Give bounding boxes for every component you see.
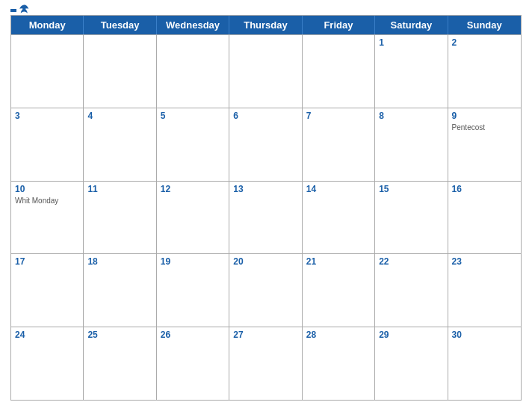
day-number: 28	[306, 330, 371, 340]
day-number: 12	[161, 184, 225, 194]
event-label: Pentecost	[452, 123, 517, 132]
day-number: 14	[306, 184, 371, 194]
day-number: 17	[15, 256, 79, 267]
day-cell: 1	[375, 35, 448, 108]
day-header-wednesday: Wednesday	[157, 16, 229, 34]
day-cell: 19	[157, 254, 229, 327]
day-number: 6	[233, 111, 297, 121]
day-number: 7	[306, 111, 371, 121]
day-number: 26	[161, 330, 225, 340]
day-cell: 20	[229, 254, 302, 327]
calendar-body: 123456789Pentecost10Whit Monday111213141…	[11, 34, 521, 400]
day-number: 21	[306, 256, 371, 267]
day-cell: 24	[11, 327, 84, 400]
day-number: 29	[379, 330, 443, 340]
day-cell: 8	[375, 108, 448, 181]
day-cell: 6	[229, 108, 302, 181]
calendar: MondayTuesdayWednesdayThursdayFridaySatu…	[10, 15, 522, 401]
day-number: 22	[379, 256, 443, 267]
day-cell: 14	[303, 182, 375, 254]
day-cell	[11, 35, 84, 108]
day-number: 18	[87, 256, 152, 267]
day-number: 25	[87, 330, 152, 340]
event-label: Whit Monday	[15, 197, 79, 205]
day-number: 8	[379, 111, 443, 121]
day-cell: 10Whit Monday	[11, 182, 84, 254]
day-header-thursday: Thursday	[229, 16, 302, 34]
day-cell: 21	[303, 254, 375, 327]
day-number: 13	[233, 184, 297, 194]
week-row-4: 17181920212223	[11, 253, 521, 327]
day-header-friday: Friday	[303, 16, 375, 34]
logo-box	[10, 9, 16, 12]
day-cell: 15	[375, 182, 448, 254]
day-cell: 29	[375, 327, 448, 400]
day-number: 5	[161, 111, 225, 121]
logo-bird-icon	[18, 4, 31, 17]
calendar-header	[10, 7, 522, 10]
week-row-2: 3456789Pentecost	[11, 108, 521, 181]
day-cell	[157, 35, 229, 108]
day-cell: 3	[11, 108, 84, 181]
day-cell: 7	[303, 108, 375, 181]
day-header-saturday: Saturday	[375, 16, 448, 34]
day-number: 10	[15, 184, 79, 194]
day-number: 1	[379, 37, 443, 48]
day-number: 20	[233, 256, 297, 267]
day-number: 23	[452, 256, 517, 267]
week-row-3: 10Whit Monday111213141516	[11, 181, 521, 254]
day-cell: 4	[84, 108, 156, 181]
day-cell: 13	[229, 182, 302, 254]
day-number: 9	[452, 111, 517, 121]
logo	[10, 4, 31, 17]
day-number: 24	[15, 330, 79, 340]
day-cell	[303, 35, 375, 108]
days-header: MondayTuesdayWednesdayThursdayFridaySatu…	[11, 16, 521, 34]
day-cell	[84, 35, 156, 108]
day-cell: 5	[157, 108, 229, 181]
day-cell: 27	[229, 327, 302, 400]
day-cell: 30	[448, 327, 521, 400]
day-number: 27	[233, 330, 297, 340]
day-number: 3	[15, 111, 79, 121]
day-cell	[229, 35, 302, 108]
day-cell: 2	[448, 35, 521, 108]
day-cell: 22	[375, 254, 448, 327]
day-cell: 28	[303, 327, 375, 400]
day-number: 4	[87, 111, 152, 121]
day-cell: 26	[157, 327, 229, 400]
day-cell: 16	[448, 182, 521, 254]
day-number: 15	[379, 184, 443, 194]
week-row-1: 12	[11, 34, 521, 108]
day-cell: 11	[84, 182, 156, 254]
day-cell: 12	[157, 182, 229, 254]
day-number: 30	[452, 330, 517, 340]
day-header-monday: Monday	[11, 16, 84, 34]
day-number: 11	[87, 184, 152, 194]
day-cell: 25	[84, 327, 156, 400]
day-number: 19	[161, 256, 225, 267]
day-header-sunday: Sunday	[448, 16, 521, 34]
day-number: 2	[452, 37, 517, 48]
day-cell: 17	[11, 254, 84, 327]
day-header-tuesday: Tuesday	[84, 16, 156, 34]
day-cell: 9Pentecost	[448, 108, 521, 181]
day-cell: 18	[84, 254, 156, 327]
day-number: 16	[452, 184, 517, 194]
day-cell: 23	[448, 254, 521, 327]
week-row-5: 24252627282930	[11, 327, 521, 400]
